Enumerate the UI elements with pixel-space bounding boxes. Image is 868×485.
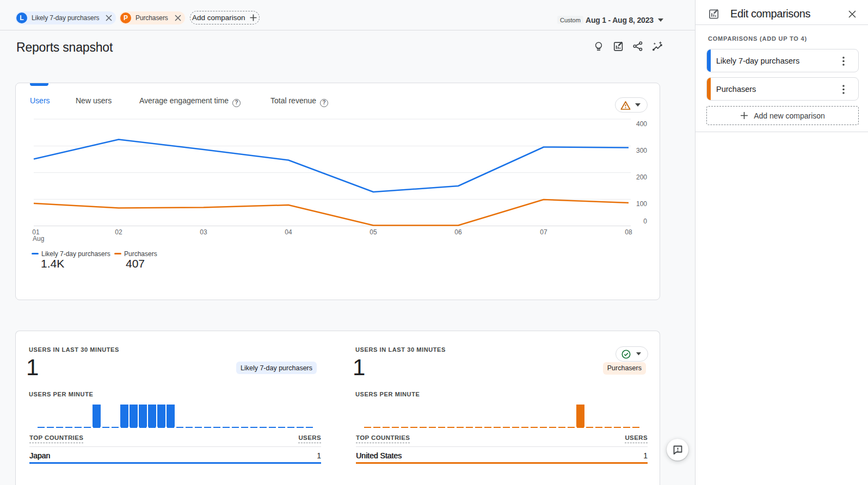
svg-text:07: 07 [540,228,547,236]
svg-text:100: 100 [636,200,647,208]
svg-text:407: 407 [126,257,145,270]
svg-text:Purchasers: Purchasers [124,250,157,258]
svg-text:400: 400 [636,120,647,128]
svg-text:0: 0 [643,217,647,225]
svg-text:Likely 7-day purchasers: Likely 7-day purchasers [41,250,110,258]
svg-text:06: 06 [454,228,462,236]
svg-text:Aug: Aug [33,235,44,242]
svg-text:200: 200 [636,173,647,181]
svg-text:300: 300 [636,147,647,154]
svg-text:1.4K: 1.4K [41,257,64,270]
svg-text:05: 05 [370,228,377,236]
svg-text:08: 08 [625,228,632,236]
svg-text:03: 03 [200,228,207,236]
svg-text:02: 02 [115,228,122,236]
svg-text:04: 04 [285,228,292,236]
